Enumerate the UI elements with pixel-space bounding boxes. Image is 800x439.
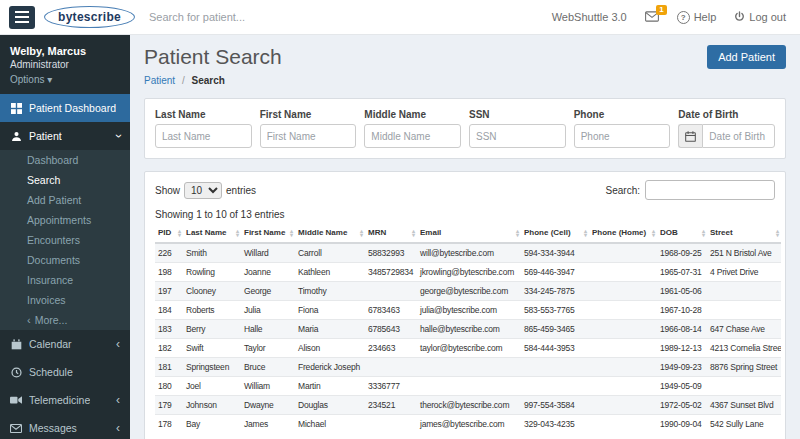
middle-name-input[interactable] [364, 124, 461, 148]
page-length-select[interactable]: 10 [184, 182, 222, 199]
table-cell [589, 282, 657, 301]
table-cell: Fiona [295, 301, 365, 320]
column-header-label: Street [710, 228, 733, 237]
table-cell: Timothy [295, 282, 365, 301]
column-header-first-name[interactable]: First Name▴▾ [241, 223, 295, 243]
table-search-control: Search: [606, 180, 775, 200]
table-cell: therock@bytescribe.com [417, 396, 521, 415]
breadcrumb-current: Search [191, 75, 224, 86]
phone-field-group: Phone [574, 109, 671, 148]
ssn-input[interactable] [469, 124, 566, 148]
last-name-input[interactable] [155, 124, 252, 148]
table-row[interactable]: 182SwiftTaylorAlison234663taylor@bytescr… [155, 339, 781, 358]
table-cell: 251 N Bristol Ave [707, 243, 781, 263]
table-cell: Swift [183, 339, 241, 358]
sidebar-item-schedule[interactable]: Schedule [0, 358, 130, 386]
phone-input[interactable] [574, 124, 671, 148]
column-header-label: DOB [660, 228, 678, 237]
table-cell [589, 320, 657, 339]
column-header-phone-home[interactable]: Phone (Home)▴▾ [589, 223, 657, 243]
table-row[interactable]: 180JoelWilliamMartin33367771949-05-09 [155, 377, 781, 396]
sidebar-item-patient-dashboard[interactable]: Patient Dashboard [0, 94, 130, 122]
global-patient-search-input[interactable] [149, 11, 369, 23]
table-cell: 226 [155, 243, 183, 263]
table-row[interactable]: 184RobertsJuliaFiona6783463julia@bytescr… [155, 301, 781, 320]
envelope-icon [10, 424, 22, 433]
help-button[interactable]: ? Help [677, 11, 717, 24]
sidebar-toggle-button[interactable] [9, 6, 35, 29]
first-name-input[interactable] [260, 124, 357, 148]
table-cell: jkrowling@bytescribe.com [417, 263, 521, 282]
entries-label: entries [226, 185, 256, 196]
search-form-card: Last Name First Name Middle Name SSN Pho… [144, 98, 786, 159]
column-header-middle-name[interactable]: Middle Name▴▾ [295, 223, 365, 243]
sidebar-subitem-more[interactable]: ‹More... [0, 310, 130, 330]
sort-icon: ▴▾ [652, 229, 655, 237]
sidebar-subitem-search[interactable]: Search [0, 170, 130, 190]
table-row[interactable]: 179JohnsonDwayneDouglas234521therock@byt… [155, 396, 781, 415]
column-header-last-name[interactable]: Last Name▴▾ [183, 223, 241, 243]
sidebar-subitem-dashboard[interactable]: Dashboard [0, 150, 130, 170]
sidebar-subitem-label: Appointments [27, 214, 91, 226]
show-label: Show [155, 185, 180, 196]
table-cell: Willard [241, 243, 295, 263]
table-search-input[interactable] [645, 180, 775, 200]
table-cell: george@bytescribe.com [417, 282, 521, 301]
patient-table-header-row: PID▴▾Last Name▴▾First Name▴▾Middle Name▴… [155, 223, 781, 243]
logout-button[interactable]: Log out [734, 11, 786, 24]
product-version: WebShuttle 3.0 [552, 11, 627, 23]
table-cell: Berry [183, 320, 241, 339]
column-header-pid[interactable]: PID▴▾ [155, 223, 183, 243]
sidebar-subitem-encounters[interactable]: Encounters [0, 230, 130, 250]
phone-label: Phone [574, 109, 671, 120]
chevron-left-icon: ‹ [116, 339, 120, 349]
column-header-mrn[interactable]: MRN▴▾ [365, 223, 417, 243]
column-header-phone-cell[interactable]: Phone (Cell)▴▾ [521, 223, 589, 243]
calendar-icon [10, 339, 22, 350]
breadcrumb-patient-link[interactable]: Patient [144, 75, 175, 86]
table-cell: 1966-08-14 [657, 320, 707, 339]
table-cell: 184 [155, 301, 183, 320]
table-row[interactable]: 178BayJamesMichaeljames@bytescribe.com32… [155, 415, 781, 434]
table-cell: Michael [295, 415, 365, 434]
table-cell: halle@bytescribe.com [417, 320, 521, 339]
column-header-label: Email [420, 228, 441, 237]
table-row[interactable]: 226SmithWillardCarroll58832993will@bytes… [155, 243, 781, 263]
sidebar-subitem-insurance[interactable]: Insurance [0, 270, 130, 290]
sidebar-item-patient[interactable]: Patient ‹ [0, 122, 130, 150]
bytescribe-logo[interactable]: bytescribe [44, 6, 135, 28]
table-cell: 3485729834 [365, 263, 417, 282]
table-cell: Clooney [183, 282, 241, 301]
table-cell: 865-459-3465 [521, 320, 589, 339]
table-cell: 1968-09-25 [657, 243, 707, 263]
column-header-street[interactable]: Street▴▾ [707, 223, 781, 243]
sidebar-item-calendar[interactable]: Calendar ‹ [0, 330, 130, 358]
user-panel: Welby, Marcus Administrator Options ▾ [0, 35, 130, 94]
dob-input[interactable] [702, 124, 775, 148]
table-row[interactable]: 198RowlingJoanneKathleen3485729834jkrowl… [155, 263, 781, 282]
table-row[interactable]: 181SpringsteenBruceFrederick Joseph1949-… [155, 358, 781, 377]
sidebar-subitem-label: More... [35, 314, 68, 326]
sidebar-item-messages[interactable]: Messages ‹ [0, 414, 130, 439]
calendar-icon [678, 124, 702, 148]
column-header-email[interactable]: Email▴▾ [417, 223, 521, 243]
table-row[interactable]: 197ClooneyGeorgeTimothygeorge@bytescribe… [155, 282, 781, 301]
table-cell: Taylor [241, 339, 295, 358]
sidebar-subitem-add-patient[interactable]: Add Patient [0, 190, 130, 210]
user-options-dropdown[interactable]: Options ▾ [10, 74, 120, 85]
sidebar-item-telemedicine[interactable]: Telemedicine ‹ [0, 386, 130, 414]
table-cell: 1989-12-13 [657, 339, 707, 358]
sidebar-subitem-documents[interactable]: Documents [0, 250, 130, 270]
table-cell: 1961-05-06 [657, 282, 707, 301]
sidebar-subitem-appointments[interactable]: Appointments [0, 210, 130, 230]
add-patient-button[interactable]: Add Patient [707, 45, 786, 69]
table-controls: Show 10 entries Search: [155, 180, 775, 200]
table-cell: Dwayne [241, 396, 295, 415]
sidebar-subitem-invoices[interactable]: Invoices [0, 290, 130, 310]
messages-envelope-button[interactable]: 1 [645, 11, 659, 24]
table-row[interactable]: 183BerryHalleMaria6785643halle@bytescrib… [155, 320, 781, 339]
column-header-dob[interactable]: DOB▴▾ [657, 223, 707, 243]
table-cell: julia@bytescribe.com [417, 301, 521, 320]
table-cell: 334-245-7875 [521, 282, 589, 301]
table-cell [589, 396, 657, 415]
